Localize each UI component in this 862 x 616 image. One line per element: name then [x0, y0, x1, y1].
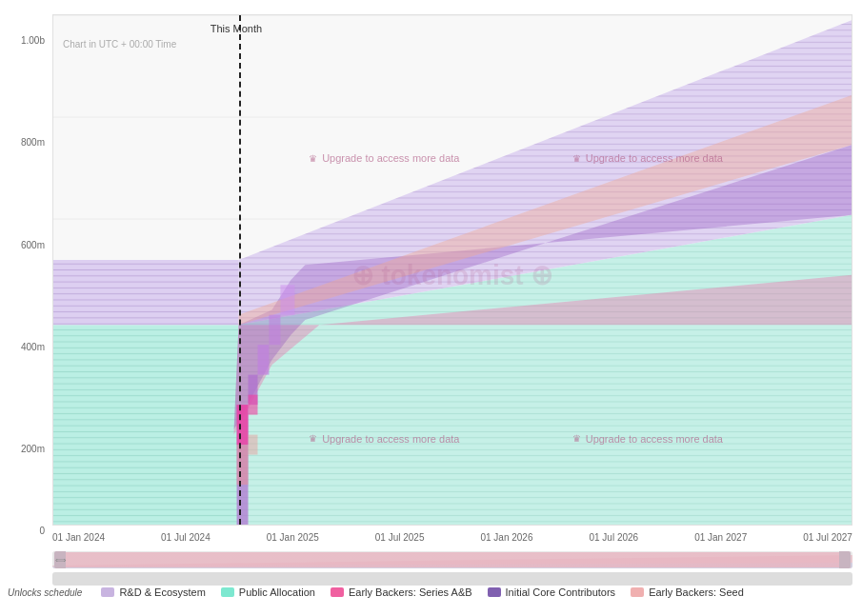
legend-color-public — [221, 587, 234, 597]
svg-text:⊕ tokenomist  ⊕: ⊕ tokenomist ⊕ — [351, 260, 552, 291]
x-label-0: 01 Jan 2024 — [52, 532, 105, 543]
legend-area: Unlocks schedule R&D & Ecosystem Public … — [0, 568, 862, 616]
chart-container: 1.00b 800m 600m 400m 200m 0 Chart in UTC… — [0, 0, 862, 616]
scrollbar-handle-left[interactable]: ⟺ — [54, 551, 66, 568]
upgrade-text-3: Upgrade to access more data — [322, 433, 459, 445]
chart-area: Chart in UTC + 00:00 Time — [52, 14, 852, 526]
crown-icon-2: ♛ — [572, 153, 581, 164]
legend-color-seed — [631, 587, 644, 597]
legend-color-rd — [101, 587, 114, 597]
y-label-200m: 200m — [21, 444, 45, 454]
legend-label-seed: Early Backers: Seed — [649, 586, 744, 598]
x-label-2: 01 Jan 2025 — [267, 532, 319, 543]
x-label-1: 01 Jul 2024 — [161, 532, 210, 543]
x-label-7: 01 Jul 2027 — [803, 532, 852, 543]
upgrade-text-1: Upgrade to access more data — [322, 152, 459, 164]
legend-item-series-ab: Early Backers: Series A&B — [331, 586, 472, 598]
legend-label-public: Public Allocation — [239, 586, 315, 598]
upgrade-text-4: Upgrade to access more data — [586, 433, 723, 445]
legend-item-core: Initial Core Contributors — [488, 586, 616, 598]
chart-svg: ⊕ tokenomist ⊕ — [53, 15, 852, 525]
svg-rect-25 — [280, 285, 294, 314]
x-label-3: 01 Jul 2025 — [375, 532, 425, 543]
scrollbar-thumb[interactable] — [54, 552, 851, 567]
y-axis: 1.00b 800m 600m 400m 200m 0 — [0, 14, 52, 526]
legend-color-core — [488, 587, 501, 597]
legend-item-rd: R&D & Ecosystem — [101, 586, 205, 598]
upgrade-banner-2[interactable]: ♛ Upgrade to access more data — [572, 152, 723, 164]
svg-rect-27 — [249, 395, 258, 415]
unlocks-label: Unlocks schedule — [8, 587, 82, 598]
upgrade-banner-3[interactable]: ♛ Upgrade to access more data — [309, 433, 459, 445]
scrollbar-area[interactable]: ⟺ — [52, 551, 852, 568]
x-axis: 01 Jan 2024 01 Jul 2024 01 Jan 2025 01 J… — [52, 532, 852, 551]
legend-label-series-ab: Early Backers: Series A&B — [349, 586, 472, 598]
crown-icon-4: ♛ — [572, 433, 581, 444]
svg-rect-23 — [257, 345, 269, 374]
legend-label-core: Initial Core Contributors — [506, 586, 616, 598]
svg-rect-29 — [249, 435, 258, 455]
svg-marker-16 — [53, 260, 239, 325]
legend-item-public: Public Allocation — [221, 586, 315, 598]
y-label-800m: 800m — [21, 137, 45, 148]
upgrade-text-2: Upgrade to access more data — [586, 152, 723, 164]
y-label-1000b: 1.00b — [21, 34, 45, 45]
y-label-400m: 400m — [21, 342, 45, 352]
this-month-line — [239, 15, 241, 525]
y-label-600m: 600m — [21, 239, 45, 249]
x-label-5: 01 Jul 2026 — [589, 532, 638, 543]
crown-icon-3: ♛ — [309, 433, 317, 444]
upgrade-banner-1[interactable]: ♛ Upgrade to access more data — [309, 152, 459, 164]
legend-item-seed: Early Backers: Seed — [631, 586, 744, 598]
this-month-label: This Month — [210, 23, 262, 34]
legend-color-series-ab — [331, 587, 344, 597]
scrollbar-handle-right[interactable] — [839, 551, 851, 568]
x-label-4: 01 Jan 2026 — [480, 532, 532, 543]
y-label-0: 0 — [39, 526, 45, 536]
crown-icon-1: ♛ — [309, 153, 317, 164]
svg-rect-24 — [269, 315, 280, 345]
x-label-6: 01 Jan 2027 — [694, 532, 747, 543]
legend-label-rd: R&D & Ecosystem — [119, 586, 205, 598]
upgrade-banner-4[interactable]: ♛ Upgrade to access more data — [572, 433, 723, 445]
svg-marker-14 — [53, 325, 239, 525]
